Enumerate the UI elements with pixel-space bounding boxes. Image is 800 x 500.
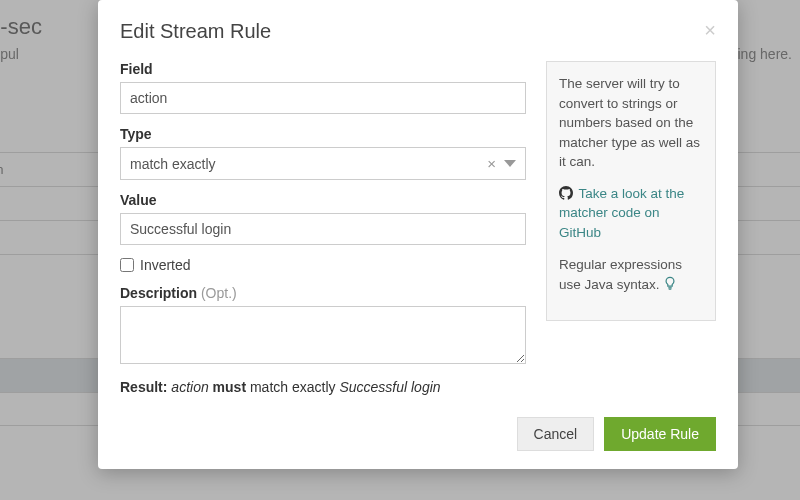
info-text-conversion: The server will try to convert to string… [559,74,703,172]
field-label: Field [120,61,526,77]
inverted-checkbox[interactable] [120,258,134,272]
close-icon[interactable]: × [704,20,716,40]
description-label: Description (Opt.) [120,285,526,301]
value-input[interactable] [120,213,526,245]
github-icon [559,186,573,200]
modal-title: Edit Stream Rule [120,20,271,43]
update-rule-button[interactable]: Update Rule [604,417,716,451]
type-select[interactable]: match exactly × [120,147,526,180]
github-link[interactable]: Take a look at the matcher code on GitHu… [559,186,684,240]
result-preview: Result: action must match exactly Succes… [120,379,526,395]
info-text-regex: Regular expressions use Java syntax. [559,255,703,296]
info-panel: The server will try to convert to string… [546,61,716,321]
chevron-down-icon[interactable] [504,160,516,167]
value-label: Value [120,192,526,208]
field-input[interactable] [120,82,526,114]
edit-stream-rule-modal: Edit Stream Rule × Field Type match exac… [98,0,738,469]
cancel-button[interactable]: Cancel [517,417,595,451]
lightbulb-icon[interactable] [663,274,677,296]
type-label: Type [120,126,526,142]
inverted-label: Inverted [140,257,191,273]
clear-icon[interactable]: × [487,155,496,172]
description-textarea[interactable] [120,306,526,364]
type-select-value: match exactly [130,156,216,172]
